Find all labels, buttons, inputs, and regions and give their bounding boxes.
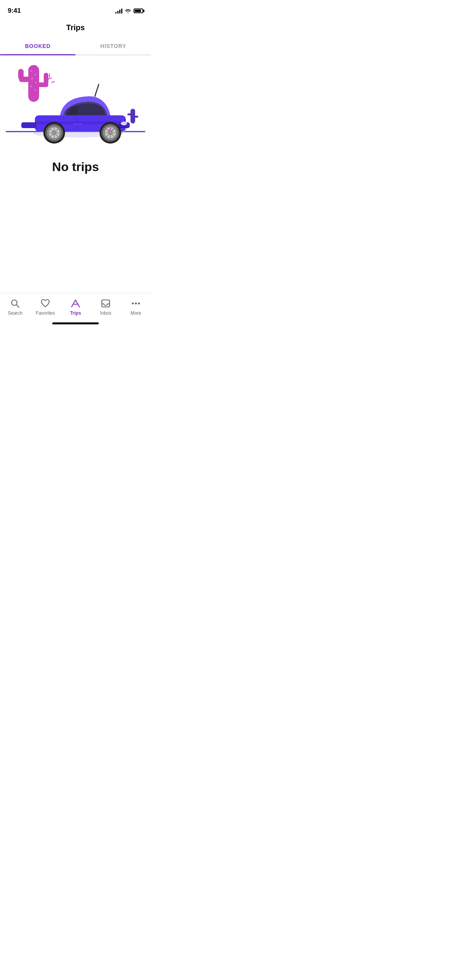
nav-label-trips: Trips — [70, 310, 81, 316]
nav-item-search[interactable]: Search — [0, 298, 30, 316]
svg-point-18 — [34, 74, 36, 76]
more-icon — [130, 298, 141, 309]
nav-label-more: More — [130, 310, 141, 316]
svg-point-60 — [132, 303, 134, 305]
svg-rect-14 — [18, 69, 24, 80]
inbox-icon — [100, 298, 111, 309]
svg-point-22 — [34, 89, 36, 91]
wifi-icon — [125, 9, 131, 14]
empty-state-message: No trips — [0, 160, 151, 174]
svg-line-27 — [95, 84, 99, 96]
svg-rect-16 — [44, 73, 48, 84]
car-scene-svg — [6, 63, 145, 152]
trips-icon — [70, 298, 81, 309]
nav-item-favorites[interactable]: Favorites — [30, 298, 60, 316]
svg-point-10 — [133, 112, 135, 113]
svg-point-35 — [121, 122, 127, 125]
svg-point-61 — [135, 303, 137, 305]
svg-rect-31 — [74, 123, 82, 125]
status-icons — [115, 8, 143, 14]
battery-icon — [134, 9, 143, 13]
home-indicator — [52, 322, 99, 324]
signal-icon — [115, 8, 122, 14]
empty-state-illustration — [0, 55, 151, 156]
svg-line-57 — [17, 305, 19, 308]
svg-rect-7 — [127, 113, 131, 115]
svg-point-21 — [31, 86, 33, 87]
nav-label-inbox: Inbox — [100, 310, 111, 316]
svg-point-20 — [35, 82, 37, 84]
svg-point-17 — [31, 70, 33, 72]
svg-point-19 — [31, 78, 33, 80]
svg-point-9 — [131, 110, 132, 111]
page-title: Trips — [0, 19, 151, 38]
svg-rect-29 — [21, 122, 37, 128]
svg-point-62 — [138, 303, 140, 305]
tab-bar: BOOKED HISTORY — [0, 38, 151, 55]
svg-line-25 — [51, 82, 55, 82]
svg-rect-34 — [119, 127, 126, 128]
nav-item-more[interactable]: More — [121, 298, 151, 316]
svg-rect-12 — [28, 65, 39, 102]
svg-rect-8 — [134, 116, 138, 118]
tab-booked[interactable]: BOOKED — [0, 38, 76, 55]
nav-label-favorites: Favorites — [36, 310, 55, 316]
tab-history[interactable]: HISTORY — [76, 38, 151, 55]
tab-indicator — [0, 54, 76, 55]
svg-point-11 — [131, 114, 133, 115]
search-icon — [10, 298, 21, 309]
status-time: 9:41 — [8, 7, 21, 15]
bottom-nav: Search Favorites Trips Inbox — [0, 293, 151, 327]
nav-label-search: Search — [8, 310, 22, 316]
heart-icon — [40, 298, 51, 309]
nav-item-inbox[interactable]: Inbox — [91, 298, 121, 316]
status-bar: 9:41 — [0, 0, 151, 19]
nav-item-trips[interactable]: Trips — [60, 298, 91, 316]
